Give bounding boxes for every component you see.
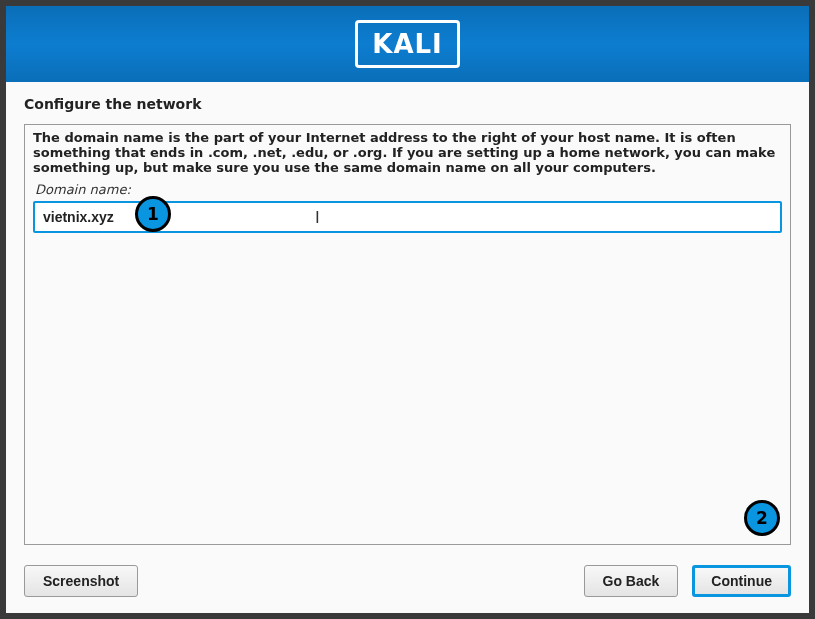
main-panel: The domain name is the part of your Inte… (24, 124, 791, 545)
kali-logo-text: KALI (372, 29, 443, 59)
annotation-badge-1: 1 (135, 196, 171, 232)
continue-button[interactable]: Continue (692, 565, 791, 597)
kali-logo: KALI (355, 20, 460, 68)
screenshot-button[interactable]: Screenshot (24, 565, 138, 597)
go-back-button[interactable]: Go Back (584, 565, 679, 597)
footer-bar: Screenshot Go Back Continue (6, 555, 809, 613)
content-area: Configure the network The domain name is… (6, 82, 809, 555)
page-title: Configure the network (24, 96, 791, 112)
footer-right-group: Go Back Continue (584, 565, 791, 597)
header-banner: KALI (6, 6, 809, 82)
installer-window: KALI Configure the network The domain na… (6, 6, 809, 613)
description-text: The domain name is the part of your Inte… (33, 131, 782, 176)
domain-name-label: Domain name: (35, 182, 782, 197)
input-wrapper: 1 I (33, 201, 782, 233)
annotation-badge-2: 2 (744, 500, 780, 536)
